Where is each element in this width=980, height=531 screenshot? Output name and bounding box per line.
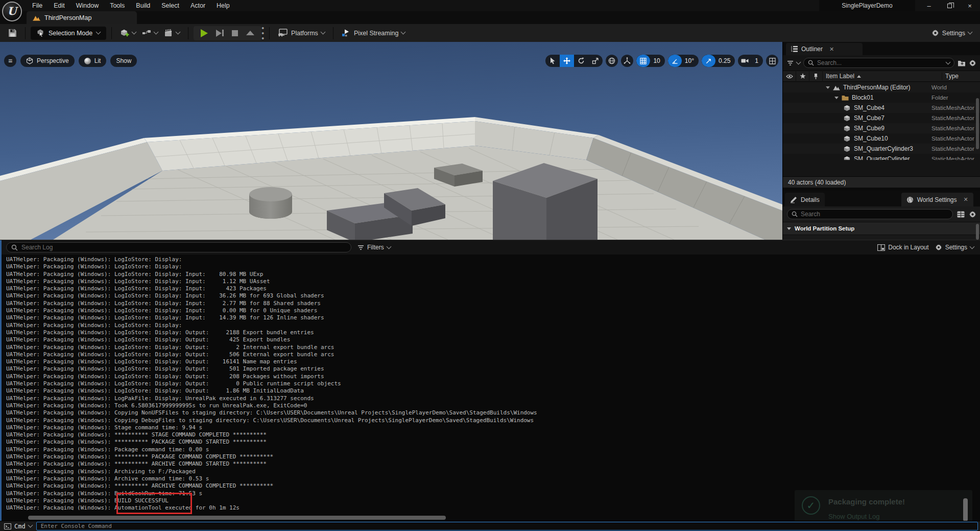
frame-skip-button[interactable] <box>216 30 224 37</box>
expand-arrow-icon[interactable] <box>834 97 839 99</box>
dock-in-layout-button[interactable]: Dock in Layout <box>877 244 928 251</box>
move-tool-button[interactable] <box>560 55 574 67</box>
log-horizontal-scrollbar[interactable] <box>28 516 446 520</box>
grid-snap-control[interactable]: 10 <box>636 55 664 67</box>
asset-tab-row: ThirdPersonMap <box>0 11 980 24</box>
log-search[interactable] <box>6 242 351 252</box>
selection-mode-dropdown[interactable]: Selection Mode <box>31 27 106 40</box>
settings-dropdown[interactable]: Settings <box>928 26 975 40</box>
console-type-label: Cmd <box>14 523 26 530</box>
pixel-streaming-dropdown[interactable]: Pixel Streaming <box>339 26 409 40</box>
log-line: UATHelper: Packaging (Windows): LogIoSto… <box>6 380 980 387</box>
outliner-row[interactable]: SM_Cube9StaticMeshActor <box>783 123 980 133</box>
menu-select[interactable]: Select <box>156 1 185 11</box>
details-scrollbar[interactable] <box>976 224 979 240</box>
scale-tool-button[interactable] <box>588 55 603 67</box>
stop-button[interactable] <box>232 30 238 36</box>
outliner-row[interactable]: Block01Folder <box>783 93 980 103</box>
axes-icon <box>624 57 631 64</box>
add-actor-dropdown[interactable] <box>117 26 139 40</box>
select-tool-button[interactable] <box>545 55 560 67</box>
world-partition-setup-category[interactable]: World Partition Setup <box>783 222 980 235</box>
show-output-log-link[interactable]: Show Output Log <box>828 513 879 520</box>
platforms-dropdown[interactable]: Platforms <box>275 26 328 40</box>
outliner-row[interactable]: ThirdPersonMap (Editor)World <box>783 82 980 93</box>
console-type-dropdown[interactable]: Cmd <box>4 523 32 530</box>
pin-column-button[interactable] <box>809 71 823 82</box>
create-folder-button[interactable] <box>958 60 966 66</box>
outliner-search[interactable] <box>803 58 954 68</box>
window-controls: – × <box>919 0 980 11</box>
outliner-toolbar <box>783 56 980 70</box>
outliner-row[interactable]: SM_Cube4StaticMeshActor <box>783 103 980 113</box>
gear-icon <box>969 59 976 67</box>
tab-outliner[interactable]: Outliner ✕ <box>786 43 863 55</box>
log-vertical-scrollbar[interactable] <box>963 498 968 521</box>
menu-actor[interactable]: Actor <box>185 1 211 11</box>
log-line: UATHelper: Packaging (Windows): LogIoSto… <box>6 329 980 336</box>
show-dropdown[interactable]: Show <box>110 55 137 67</box>
tab-thirdpersonmap[interactable]: ThirdPersonMap <box>27 11 137 24</box>
menu-tools[interactable]: Tools <box>104 1 130 11</box>
outliner-settings-button[interactable] <box>969 59 976 67</box>
outliner-search-input[interactable] <box>817 59 943 66</box>
perspective-dropdown[interactable]: Perspective <box>20 55 75 67</box>
save-button[interactable] <box>5 26 20 40</box>
menu-file[interactable]: File <box>27 1 48 11</box>
main-area: ≡ Perspective Lit Show <box>0 42 980 240</box>
close-icon[interactable]: × <box>960 0 980 11</box>
outliner-scrollbar[interactable] <box>976 98 979 149</box>
menu-window[interactable]: Window <box>70 1 104 11</box>
rotate-tool-button[interactable] <box>574 55 588 67</box>
tab-world-settings[interactable]: World Settings ✕ <box>901 193 973 206</box>
viewport[interactable]: ≡ Perspective Lit Show <box>0 42 782 240</box>
minimize-icon[interactable]: – <box>919 0 939 11</box>
log-filters-dropdown[interactable]: Filters <box>357 244 391 251</box>
menu-edit[interactable]: Edit <box>48 1 70 11</box>
menu-build[interactable]: Build <box>130 1 156 11</box>
world-settings-search-input[interactable] <box>801 211 948 218</box>
play-options-button[interactable]: ••• <box>261 26 264 41</box>
favorite-column-button[interactable] <box>796 71 809 82</box>
transform-tools <box>545 55 603 67</box>
play-button[interactable] <box>201 29 208 37</box>
outliner-row[interactable]: SM_QuarterCylinderStaticMeshActor <box>783 154 980 160</box>
pin-icon <box>814 73 818 80</box>
row-label: SM_Cube9 <box>854 125 885 132</box>
camera-speed-control[interactable]: 1 <box>738 55 763 67</box>
cinematics-dropdown[interactable] <box>161 26 183 40</box>
type-column-header[interactable]: Type <box>942 73 959 80</box>
quad-view-button[interactable] <box>766 55 778 67</box>
console-command-input[interactable] <box>36 522 978 530</box>
tab-details[interactable]: Details <box>785 193 825 206</box>
sort-ascending-icon <box>857 75 861 78</box>
log-search-input[interactable] <box>21 244 346 251</box>
property-matrix-button[interactable] <box>957 211 965 218</box>
tab-label: ThirdPersonMap <box>44 14 91 21</box>
expand-arrow-icon[interactable] <box>826 86 830 89</box>
lit-dropdown[interactable]: Lit <box>79 55 107 67</box>
world-settings-search[interactable] <box>787 209 953 219</box>
restore-icon[interactable] <box>939 0 960 11</box>
outliner-row[interactable]: SM_Cube10StaticMeshActor <box>783 133 980 144</box>
world-coordinate-button[interactable] <box>606 55 618 67</box>
console-bar: Cmd <box>0 521 980 531</box>
scale-snap-control[interactable]: 0.25 <box>702 55 735 67</box>
viewport-options-button[interactable]: ≡ <box>4 55 16 67</box>
log-settings-dropdown[interactable]: Settings <box>935 244 974 251</box>
outliner-row[interactable]: SM_Cube7StaticMeshActor <box>783 113 980 123</box>
outliner-row[interactable]: SM_QuarterCylinder3StaticMeshActor <box>783 144 980 154</box>
collapse-arrow-icon <box>787 227 791 230</box>
menu-help[interactable]: Help <box>211 1 235 11</box>
details-settings-button[interactable] <box>969 211 976 218</box>
eye-icon <box>786 74 793 79</box>
blueprints-dropdown[interactable] <box>139 26 161 40</box>
close-icon[interactable]: ✕ <box>829 46 834 53</box>
visibility-column-button[interactable] <box>783 71 796 82</box>
outliner-filter-button[interactable] <box>787 60 794 66</box>
close-icon[interactable]: ✕ <box>964 196 968 203</box>
rotation-snap-control[interactable]: 10° <box>668 55 699 67</box>
item-label-column-header[interactable]: Item Label <box>823 73 942 80</box>
snap-axes-button[interactable] <box>621 55 633 67</box>
eject-button[interactable] <box>246 31 254 35</box>
